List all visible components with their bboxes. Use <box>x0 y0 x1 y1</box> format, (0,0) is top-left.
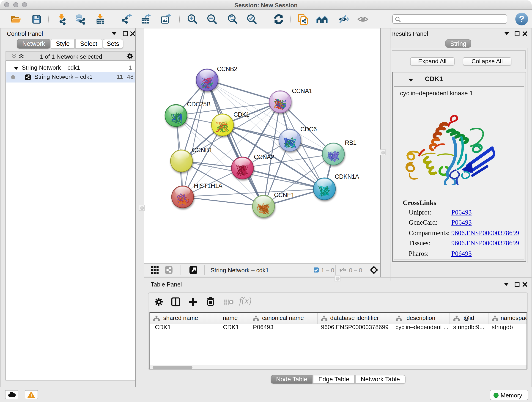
svg-text:CDKN1A: CDKN1A <box>335 173 359 180</box>
svg-text:?: ? <box>519 14 524 24</box>
svg-text:CDK1: CDK1 <box>233 111 249 118</box>
svg-text:CDC25B: CDC25B <box>187 101 210 108</box>
svg-text:CCNB1: CCNB1 <box>192 147 212 153</box>
svg-text:CCNA1: CCNA1 <box>292 88 312 95</box>
svg-text:CCNA2: CCNA2 <box>254 153 274 160</box>
svg-text:RB1: RB1 <box>345 139 356 146</box>
svg-text:CCNE1: CCNE1 <box>274 191 294 198</box>
svg-text:CDC6: CDC6 <box>300 126 317 133</box>
svg-text:CCNB2: CCNB2 <box>217 65 237 72</box>
svg-text:HIST1H1A: HIST1H1A <box>194 182 222 189</box>
